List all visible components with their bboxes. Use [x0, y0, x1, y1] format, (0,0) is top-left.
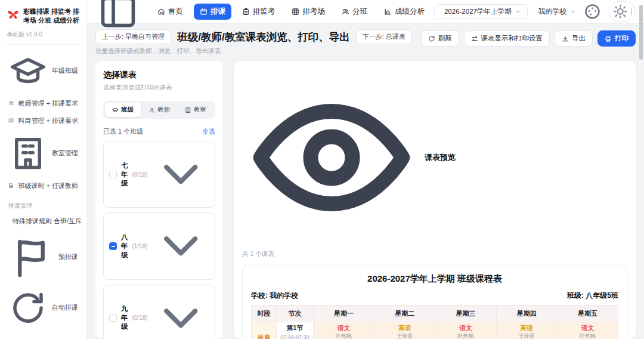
sidebar-item[interactable]: 年级班级	[5, 48, 82, 94]
topnav-item[interactable]: 排课	[194, 4, 231, 20]
timetable-card: 2026-2027学年上学期 班级课程表 学校: 我的学校 班级: 八年级5班 …	[242, 266, 627, 339]
topnav-item[interactable]: 首页	[151, 4, 189, 20]
sidebar-nav: 年级班级教师管理 + 排课要求科目管理 + 排课要求教室管理班级课时 + 任课教…	[5, 48, 82, 339]
main: 首页排课排监考排考场分班成绩分析 2026-2027学年上学期 我的学校	[87, 0, 644, 339]
tt-cell[interactable]: 英语王玲萱	[496, 322, 557, 339]
tab-班级[interactable]: 班级	[105, 103, 141, 117]
tt-cell[interactable]: 语文叶然艳	[557, 322, 618, 339]
tt-header: 星期三	[435, 306, 496, 322]
sidebar-item[interactable]: 班级课时 + 任课教师	[5, 178, 82, 194]
next-step-button[interactable]: 下一步: 总课表	[356, 29, 412, 44]
sun-icon	[612, 4, 628, 20]
topbar: 首页排课排监考排考场分班成绩分析 2026-2027学年上学期 我的学校	[87, 0, 644, 24]
tt-teacher: 叶然艳	[436, 332, 494, 339]
toggle-knob	[631, 8, 632, 16]
tt-teacher: 叶然艳	[315, 332, 373, 339]
refresh-icon	[8, 288, 48, 328]
eye-icon	[242, 68, 421, 247]
user-icon	[148, 107, 155, 113]
tt-header: 星期五	[557, 306, 618, 322]
tt-teacher: 叶然艳	[559, 332, 617, 339]
tab-label: 班级	[121, 106, 134, 114]
preview-title: 课表预览	[425, 152, 456, 163]
chevron-down-icon	[515, 8, 521, 15]
sidebar-item[interactable]: 科目管理 + 排课要求	[5, 113, 82, 129]
grade-label: 九年级	[121, 304, 128, 331]
grade-checkbox[interactable]	[109, 242, 117, 250]
sidebar-item[interactable]: 教室管理	[5, 130, 82, 177]
tt-header: 星期二	[374, 306, 435, 322]
tt-header: 节次	[277, 306, 314, 322]
tt-session: 第1节07:00-07:30	[277, 322, 314, 339]
tab-教室[interactable]: 教室	[177, 103, 213, 117]
building-icon	[8, 134, 48, 173]
action-button[interactable]: 刷新	[421, 30, 459, 47]
sidebar: 彩蝶排课 排监考 排考场 分班 成绩分析 单机版 v1.9.0 年级班级教师管理…	[0, 0, 87, 339]
account-label: 我的学校	[538, 7, 566, 17]
panels: 选择课表 选择要浏览或打印的课表 班级教师教室 已选 1 个班级 全选 七年级(…	[95, 61, 636, 339]
sidebar-item-label: 教师管理 + 排课要求	[18, 99, 78, 108]
users-icon	[8, 100, 14, 106]
topnav-label: 分班	[352, 7, 367, 17]
tab-label: 教师	[157, 106, 170, 114]
tt-subject: 语文	[436, 324, 494, 332]
sidebar-item[interactable]: 特殊排课规则 合班/互斥..	[5, 213, 82, 229]
tt-section-label: 早晨	[252, 322, 277, 339]
select-all-link[interactable]: 全选	[202, 127, 215, 136]
topbar-right: 2026-2027学年上学期 我的学校	[434, 1, 636, 22]
butterfly-logo-icon	[7, 8, 20, 21]
term-selector[interactable]: 2026-2027学年上学期	[434, 4, 528, 19]
action-label: 导出	[572, 34, 586, 43]
action-button[interactable]: 导出	[555, 30, 593, 47]
grade-checkbox[interactable]	[109, 171, 117, 178]
sidebar-item[interactable]: 自动排课	[5, 285, 82, 331]
download-icon	[562, 35, 569, 42]
grade-count: (0/18)	[132, 315, 148, 321]
grade-label: 七年级	[121, 161, 128, 188]
timetable-school: 学校: 我的学校	[251, 291, 298, 301]
topnav-item[interactable]: 成绩分析	[378, 4, 431, 20]
grade-row[interactable]: 七年级(0/18)	[103, 141, 215, 208]
tt-cell[interactable]: 语文叶然艳	[314, 322, 374, 339]
sliders-icon	[471, 35, 478, 42]
hat-icon	[8, 51, 48, 91]
prev-step-button[interactable]: 上一步: 早晚自习管理	[95, 29, 171, 44]
dark-mode-toggle[interactable]	[609, 1, 636, 22]
users-icon	[342, 8, 349, 16]
sidebar-item-label: 年级班级	[52, 66, 78, 75]
topnav-item[interactable]: 分班	[336, 4, 373, 20]
tt-subject: 语文	[315, 324, 373, 332]
sidebar-item-label: 科目管理 + 排课要求	[18, 116, 78, 125]
scrollbar-thumb[interactable]	[639, 5, 643, 60]
page-title: 班级/教师/教室课表浏览、打印、导出	[177, 30, 350, 44]
tt-cell[interactable]: 英语王玲萱	[374, 322, 435, 339]
tt-header: 星期一	[314, 306, 374, 322]
topnav-item[interactable]: 排监考	[236, 4, 281, 20]
topnav-item[interactable]: 排考场	[286, 4, 331, 20]
preview-panel: 课表预览 共 1 个课表 2026-2027学年上学期 班级课程表 学校: 我的…	[234, 61, 636, 339]
grade-count: (1/18)	[132, 243, 148, 249]
sidebar-item[interactable]: 调课管理	[5, 332, 82, 339]
topnav-label: 排考场	[302, 7, 325, 17]
account-menu[interactable]: 我的学校	[535, 7, 576, 17]
print-button[interactable]: 打印	[597, 30, 636, 47]
theme-palette-icon[interactable]	[583, 2, 602, 21]
action-button[interactable]: 课表显示和打印设置	[464, 30, 550, 47]
grid-icon	[292, 8, 299, 16]
sidebar-item[interactable]: 教师管理 + 排课要求	[5, 95, 82, 112]
grade-checkbox[interactable]	[109, 314, 117, 322]
tab-教师[interactable]: 教师	[141, 103, 178, 117]
tt-subject: 英语	[498, 324, 556, 332]
tt-cell[interactable]: 语文叶然艳	[435, 322, 496, 339]
topnav-label: 排监考	[253, 7, 275, 17]
sidebar-item[interactable]: 预排课	[5, 230, 82, 283]
grade-row[interactable]: 九年级(0/18)	[103, 285, 215, 339]
app-root: 彩蝶排课 排监考 排考场 分班 成绩分析 单机版 v1.9.0 年级班级教师管理…	[0, 0, 644, 339]
grade-list: 七年级(0/18)八年级(1/18)九年级(0/18)	[103, 141, 215, 339]
calendar-icon	[200, 8, 208, 16]
timetable-title: 2026-2027学年上学期 班级课程表	[251, 273, 618, 285]
home-icon	[157, 8, 165, 16]
grade-row[interactable]: 八年级(1/18)	[103, 212, 215, 279]
chevron-down-icon	[152, 217, 209, 275]
topnav: 首页排课排监考排考场分班成绩分析	[151, 4, 431, 20]
